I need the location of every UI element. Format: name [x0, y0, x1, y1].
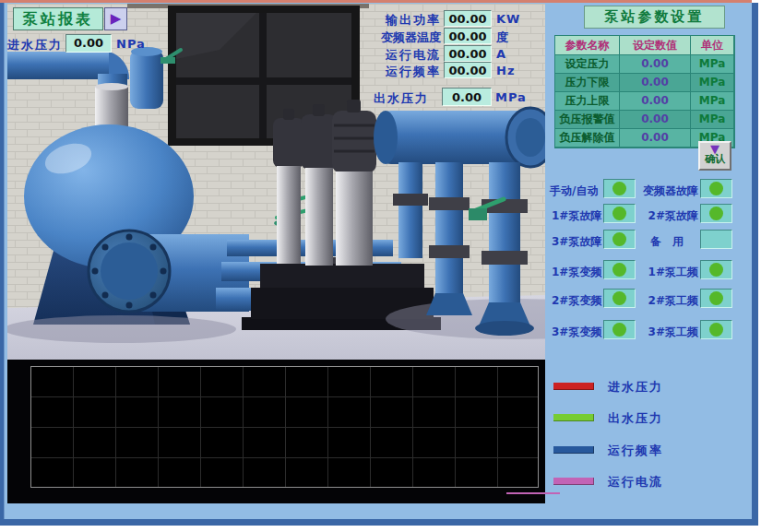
outlet-pressure-unit: MPa: [495, 90, 527, 104]
indicator-label-spare: 备 用: [636, 234, 698, 250]
indicator-lamp-pump2-vfd: [603, 289, 636, 308]
inlet-pressure-value: 0.00: [65, 34, 112, 53]
param-name: 负压报警值: [555, 111, 620, 129]
indicator-label-pump3-fault: 3#泵故障: [552, 234, 601, 250]
legend-label-frequency: 运行频率: [608, 443, 663, 459]
run-frequency-unit: Hz: [496, 64, 515, 77]
indicator-lamp-pump3-vfd: [603, 320, 636, 339]
lamp-icon: [709, 323, 723, 337]
param-unit: MPa: [691, 55, 734, 74]
param-setpoint[interactable]: 0.00: [620, 111, 691, 129]
right-border: [752, 3, 758, 526]
indicator-lamp-pump1-vfd: [603, 260, 636, 279]
outlet-pressure-value: 0.00: [442, 88, 492, 106]
run-frequency-value: 00.00: [444, 62, 492, 78]
report-button[interactable]: 泵站报表: [13, 7, 103, 30]
col-header-value: 设定数值: [620, 36, 691, 55]
col-header-unit: 单位: [691, 36, 734, 55]
legend-label-outlet: 出水压力: [608, 410, 663, 427]
lamp-icon: [612, 207, 626, 220]
param-unit: MPa: [691, 74, 734, 92]
indicator-label-vfd-fault: 变频器故障: [636, 183, 698, 199]
inverter-temp-value: 00.00: [444, 28, 492, 44]
legend-swatch-frequency: [553, 446, 594, 454]
output-power-label: 输出功率: [372, 12, 441, 29]
param-unit: MPa: [691, 92, 734, 111]
lamp-icon: [612, 182, 626, 195]
report-play-icon[interactable]: ▶: [104, 7, 127, 30]
indicator-label-pump3-mains: 3#泵工频: [636, 325, 698, 340]
lamp-icon: [709, 263, 723, 277]
pump-station-hmi: 泵站报表 ▶ 进水压力 0.00 NPa 输出功率 00.00 KW 变频器温度…: [0, 0, 761, 532]
pump-motor: [332, 100, 376, 266]
inlet-pressure-label: 进水压力: [7, 37, 63, 53]
inlet-pressure-unit: NPa: [116, 37, 146, 51]
indicator-lamp-pump1-fault: [603, 204, 636, 223]
indicator-lamp-pump2-mains: [700, 289, 732, 308]
indicator-lamp-pump3-mains: [700, 320, 732, 339]
settings-table: 参数名称 设定数值 单位 设定压力 0.00 MPa 压力下限 0.00 MPa…: [554, 35, 735, 148]
col-header-name: 参数名称: [555, 36, 620, 55]
indicator-lamp-spare: [700, 230, 732, 249]
legend-swatch-current: [553, 478, 594, 485]
run-frequency-label: 运行频率: [372, 64, 441, 80]
param-name: 压力上限: [555, 92, 620, 111]
param-setpoint[interactable]: 0.00: [620, 129, 691, 148]
indicator-label-manual-auto: 手动/自动: [550, 183, 598, 199]
indicator-lamp-vfd-fault: [700, 179, 732, 198]
legend-swatch-outlet: [553, 414, 594, 421]
param-setpoint[interactable]: 0.00: [620, 92, 691, 111]
lamp-icon: [612, 291, 626, 305]
indicator-lamp-pump2-fault: [700, 204, 732, 223]
lamp-icon: [709, 207, 723, 220]
lamp-icon: [612, 263, 626, 277]
outlet-pressure-label: 出水压力: [374, 90, 429, 107]
current-zero-trace: [506, 492, 560, 494]
run-current-label: 运行电流: [372, 47, 441, 64]
indicator-lamp-manual-auto: [603, 179, 636, 198]
indicator-label-pump1-vfd: 1#泵变频: [552, 265, 601, 280]
trend-plot-area: [30, 366, 539, 488]
inverter-temp-label: 变频器温度: [367, 30, 441, 46]
legend-label-current: 运行电流: [608, 474, 663, 491]
indicator-label-pump2-fault: 2#泵故障: [636, 208, 698, 224]
run-current-unit: A: [496, 47, 507, 61]
settings-title: 泵站参数设置: [584, 6, 725, 29]
param-setpoint[interactable]: 0.00: [620, 55, 691, 74]
bottom-border: [0, 519, 758, 526]
indicator-label-pump3-vfd: 3#泵变频: [552, 325, 601, 340]
lamp-icon: [709, 182, 723, 195]
lamp-icon: [612, 323, 626, 337]
indicator-lamp-pump3-fault: [603, 230, 636, 249]
run-current-value: 00.00: [444, 45, 492, 62]
indicator-label-pump1-fault: 1#泵故障: [552, 208, 601, 224]
param-name: 压力下限: [555, 74, 620, 92]
confirm-button[interactable]: ▼ 确认: [698, 141, 731, 171]
confirm-label: 确认: [700, 154, 730, 165]
top-border: [0, 0, 752, 3]
indicator-label-pump2-mains: 2#泵工频: [636, 293, 698, 309]
indicator-lamp-pump1-mains: [700, 260, 732, 279]
trend-chart: [7, 360, 545, 503]
output-power-unit: KW: [496, 12, 520, 26]
param-setpoint[interactable]: 0.00: [620, 74, 691, 92]
left-border: [0, 3, 5, 526]
lamp-icon: [612, 232, 626, 246]
legend-label-inlet: 进水压力: [608, 379, 663, 396]
inverter-temp-unit: 度: [496, 30, 510, 46]
lamp-icon: [709, 291, 723, 305]
indicator-label-pump1-mains: 1#泵工频: [636, 265, 698, 280]
indicator-label-pump2-vfd: 2#泵变频: [552, 293, 601, 309]
param-name: 设定压力: [555, 55, 620, 74]
pump-motor: [273, 109, 304, 264]
param-unit: MPa: [691, 111, 734, 129]
output-power-value: 00.00: [444, 10, 492, 27]
param-name: 负压解除值: [555, 129, 620, 148]
legend-swatch-inlet: [553, 383, 594, 390]
